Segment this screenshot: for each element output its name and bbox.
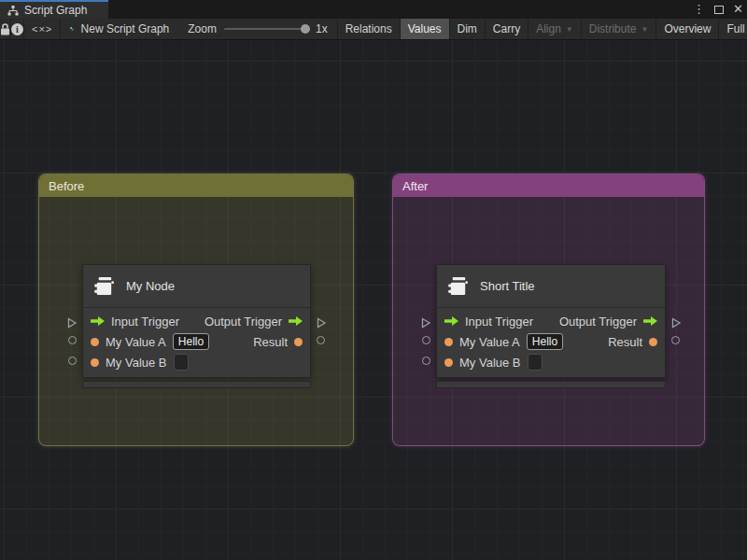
external-value-port-icon[interactable]	[422, 357, 430, 365]
node-footer	[436, 381, 666, 388]
port-label: My Value B	[106, 356, 167, 370]
external-value-port-icon[interactable]	[422, 336, 430, 344]
port-value-a[interactable]: My Value A Hello	[444, 333, 563, 350]
lock-button[interactable]	[0, 19, 11, 39]
node-footer	[82, 381, 311, 388]
info-icon: i	[11, 23, 23, 35]
toggle-dim[interactable]: Dim	[450, 19, 486, 39]
node-my-node[interactable]: My Node Input Trigger Output Trigger	[82, 264, 311, 388]
port-label: Output Trigger	[204, 315, 282, 329]
value-a-input[interactable]: Hello	[527, 333, 563, 350]
value-port-icon	[294, 338, 303, 346]
maximize-icon[interactable]	[714, 6, 724, 14]
script-graph-icon	[70, 22, 74, 35]
port-label: My Value B	[459, 356, 521, 370]
port-value-b[interactable]: My Value B	[91, 354, 189, 371]
unit-icon	[92, 274, 116, 298]
port-label: Result	[253, 335, 288, 349]
value-port-icon	[91, 338, 99, 346]
port-result[interactable]: Result	[253, 335, 303, 349]
zoom-control: Zoom 1x	[178, 19, 337, 39]
distribute-label: Distribute	[589, 22, 637, 35]
external-value-port-icon[interactable]	[68, 336, 77, 344]
external-flow-port-icon[interactable]	[66, 315, 78, 332]
distribute-dropdown[interactable]: Distribute ▼	[582, 19, 657, 39]
value-port-icon	[444, 338, 453, 346]
value-port-icon	[444, 358, 453, 367]
external-flow-port-icon[interactable]	[420, 315, 431, 332]
flow-arrow-icon	[444, 316, 458, 326]
external-value-port-icon[interactable]	[317, 336, 325, 344]
port-value-a[interactable]: My Value A Hello	[91, 333, 209, 350]
flow-arrow-icon	[289, 316, 303, 326]
zoom-value: 1x	[316, 22, 328, 35]
fullscreen-button[interactable]: Full Scre	[719, 19, 747, 39]
zoom-slider-handle[interactable]	[301, 24, 310, 34]
unit-icon	[446, 274, 470, 298]
node-title: My Node	[126, 279, 175, 293]
toggle-carry[interactable]: Carry	[486, 19, 529, 39]
port-result[interactable]: Result	[608, 335, 657, 349]
chevron-down-icon: ▼	[566, 25, 573, 34]
port-label: Result	[608, 335, 642, 349]
zoom-slider[interactable]	[224, 28, 308, 30]
group-title: Before	[49, 179, 84, 193]
tab-bar: Script Graph ⋮ ✕	[0, 0, 747, 19]
graph-toolbar: i <×> New Script Graph Zoom 1x Relations…	[0, 19, 747, 40]
node-short-title[interactable]: Short Title Input Trigger Output Trigger	[436, 264, 666, 388]
graph-canvas[interactable]: Before After My Node	[0, 40, 747, 560]
align-dropdown[interactable]: Align ▼	[529, 19, 582, 39]
graph-hierarchy-icon	[7, 6, 19, 16]
value-b-input[interactable]	[174, 354, 189, 371]
graph-name: New Script Graph	[81, 22, 170, 35]
port-label: Input Trigger	[111, 315, 179, 329]
flow-arrow-icon	[643, 316, 657, 326]
overview-button[interactable]: Overview	[656, 19, 719, 39]
port-label: Output Trigger	[559, 315, 637, 329]
port-output-trigger[interactable]: Output Trigger	[204, 315, 303, 329]
group-after-header[interactable]: After	[393, 175, 704, 197]
port-input-trigger[interactable]: Input Trigger	[444, 315, 533, 329]
value-port-icon	[649, 338, 657, 346]
kebab-menu-icon[interactable]: ⋮	[693, 0, 705, 19]
toggle-relations[interactable]: Relations	[338, 19, 401, 39]
inspector-button[interactable]: i	[11, 19, 24, 39]
port-label: My Value A	[106, 335, 166, 349]
align-label: Align	[536, 22, 561, 35]
zoom-label: Zoom	[188, 22, 217, 35]
flow-arrow-icon	[91, 316, 105, 326]
external-flow-port-icon[interactable]	[670, 315, 682, 332]
group-title: After	[402, 179, 428, 193]
tab-script-graph[interactable]: Script Graph	[0, 0, 108, 19]
value-a-input[interactable]: Hello	[173, 333, 209, 350]
toggle-values[interactable]: Values	[401, 19, 450, 39]
close-icon[interactable]: ✕	[733, 0, 743, 19]
external-value-port-icon[interactable]	[671, 336, 680, 344]
node-title: Short Title	[480, 279, 535, 293]
node-header[interactable]: Short Title	[437, 265, 665, 308]
external-flow-port-icon[interactable]	[316, 315, 327, 332]
port-output-trigger[interactable]: Output Trigger	[559, 315, 657, 329]
graph-title-area: New Script Graph	[61, 19, 178, 39]
port-value-b[interactable]: My Value B	[444, 354, 543, 371]
lock-icon	[0, 23, 10, 35]
chevron-down-icon: ▼	[641, 25, 648, 34]
tab-title: Script Graph	[24, 4, 87, 17]
external-value-port-icon[interactable]	[68, 357, 77, 365]
port-label: My Value A	[459, 335, 520, 349]
port-label: Input Trigger	[465, 315, 533, 329]
code-preview-button[interactable]: <×>	[24, 19, 61, 39]
group-before-header[interactable]: Before	[39, 175, 353, 197]
value-b-input[interactable]	[528, 354, 543, 371]
value-port-icon	[91, 358, 99, 367]
node-header[interactable]: My Node	[83, 265, 310, 308]
port-input-trigger[interactable]: Input Trigger	[91, 315, 179, 329]
